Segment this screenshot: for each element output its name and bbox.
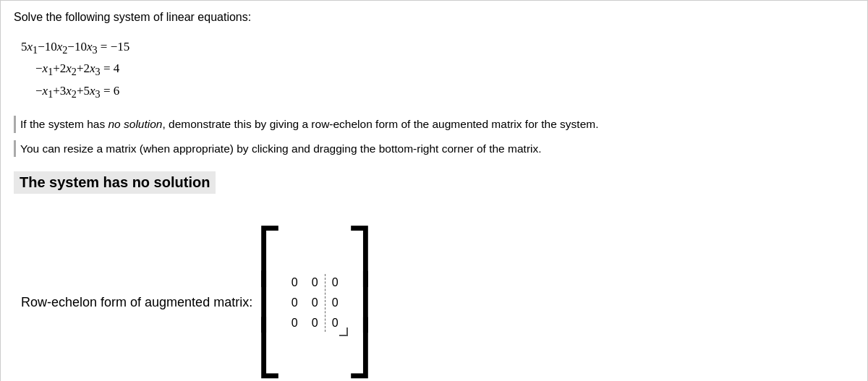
- sub-1-1: 1: [33, 44, 38, 56]
- equation-1: 5x1−10x2−10x3 = −15: [21, 37, 854, 59]
- instruction-suffix: , demonstrate this by giving a row-echel…: [162, 118, 598, 130]
- page-container: Solve the following system of linear equ…: [0, 0, 868, 381]
- answer-section: The system has no solution: [14, 171, 854, 214]
- matrix-cell-1-0[interactable]: 0: [284, 293, 305, 313]
- instruction-italic: no solution: [108, 118, 162, 130]
- sub-1-2: 2: [62, 44, 67, 56]
- matrix-resize-handle[interactable]: [339, 328, 348, 336]
- sub-2-3: 3: [95, 67, 101, 78]
- equations-block: 5x1−10x2−10x3 = −15 −x1+2x2+2x3 = 4 −x1+…: [21, 37, 854, 103]
- sub-2-2: 2: [72, 67, 77, 78]
- matrix-cell-2-1[interactable]: 0: [305, 313, 325, 333]
- matrix-cell-0-0[interactable]: 0: [284, 273, 305, 293]
- matrix-outer: 0 0 0 0 0 0 0 0 0: [284, 273, 345, 333]
- matrix-section: Row-echelon form of augmented matrix: ⎡⎢…: [21, 234, 854, 372]
- instruction-no-solution: If the system has no solution, demonstra…: [14, 116, 854, 132]
- sub-3-1: 1: [48, 88, 53, 100]
- instruction-prefix: If the system has: [20, 118, 108, 130]
- sub-3-3: 3: [95, 88, 101, 100]
- matrix-cell-2-0[interactable]: 0: [284, 313, 305, 333]
- resize-instruction: You can resize a matrix (when appropriat…: [14, 140, 854, 157]
- matrix-bracket-left: ⎡⎢⎣: [257, 234, 283, 372]
- sub-2-1: 1: [48, 67, 53, 78]
- matrix-label: Row-echelon form of augmented matrix:: [21, 295, 252, 310]
- equation-3: −x1+3x2+5x3 = 6: [35, 81, 854, 103]
- matrix-cell-1-2[interactable]: 0: [325, 293, 345, 313]
- matrix-cell-1-1[interactable]: 0: [305, 293, 325, 313]
- equation-2: −x1+2x2+2x3 = 4: [35, 59, 854, 80]
- matrix-grid: 0 0 0 0 0 0 0 0 0: [284, 273, 345, 333]
- sub-1-3: 3: [92, 44, 97, 56]
- problem-title: Solve the following system of linear equ…: [14, 11, 854, 24]
- no-solution-label: The system has no solution: [14, 171, 216, 194]
- matrix-bracket-right: ⎤⎥⎦: [346, 234, 373, 372]
- matrix-cell-0-1[interactable]: 0: [305, 273, 325, 293]
- matrix-cell-0-2[interactable]: 0: [325, 273, 345, 293]
- sub-3-2: 2: [72, 88, 77, 100]
